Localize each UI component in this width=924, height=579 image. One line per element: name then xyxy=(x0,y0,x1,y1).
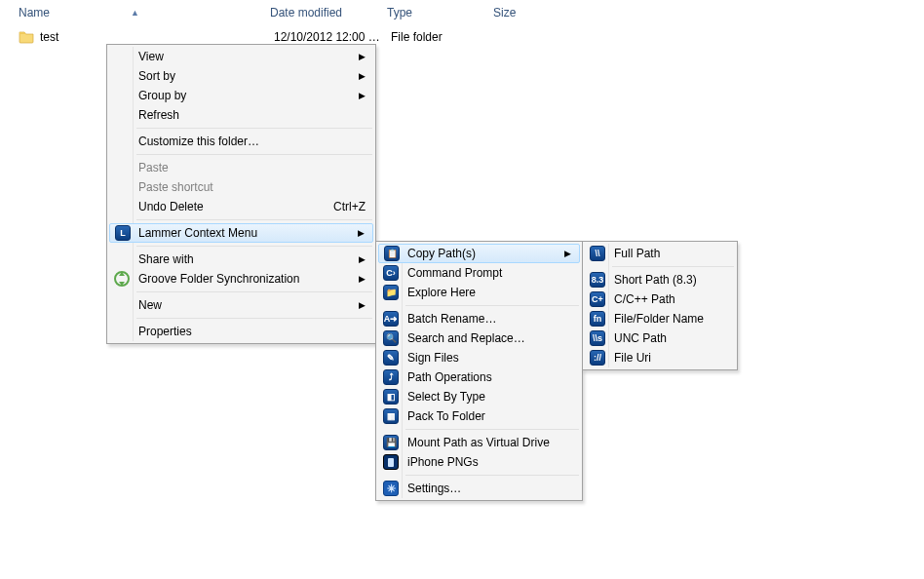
menu-item-share-with[interactable]: Share with▶ xyxy=(109,250,373,269)
menu-item-label: Paste shortcut xyxy=(138,180,366,194)
feature-icon: \\ xyxy=(590,246,605,261)
menu-item-explore-here[interactable]: 📁Explore Here xyxy=(378,283,580,302)
menu-item-label: Mount Path as Virtual Drive xyxy=(407,436,572,449)
menu-item-label: New xyxy=(138,298,366,312)
menu-item-label: File Uri xyxy=(614,351,727,365)
menu-item-label: Share with xyxy=(138,252,366,266)
file-name: test xyxy=(40,30,274,44)
menu-item-label: Short Path (8.3) xyxy=(614,273,727,287)
menu-item-sort-by[interactable]: Sort by▶ xyxy=(109,66,373,86)
menu-item-paste-shortcut: Paste shortcut xyxy=(109,177,373,197)
feature-icon: ✎ xyxy=(383,350,399,366)
menu-item-path-operations[interactable]: ⤴Path Operations xyxy=(378,367,580,387)
feature-icon: 📁 xyxy=(383,285,399,300)
col-header-name-label: Name xyxy=(19,6,50,19)
menu-item-sign-files[interactable]: ✎Sign Files xyxy=(378,348,580,367)
menu-item-label: Undo Delete xyxy=(138,200,304,213)
menu-separator xyxy=(136,291,372,292)
context-menu-main: View▶Sort by▶Group by▶RefreshCustomize t… xyxy=(106,44,376,344)
folder-icon xyxy=(19,29,34,45)
menu-item-view[interactable]: View▶ xyxy=(109,47,373,66)
file-type: File folder xyxy=(391,30,497,44)
menu-item-paste: Paste xyxy=(109,158,373,177)
menu-item-label: Paste xyxy=(138,161,366,174)
menu-item-label: Customize this folder… xyxy=(138,135,366,148)
menu-item-label: Lammer Context Menu xyxy=(138,226,366,240)
menu-item-label: UNC Path xyxy=(614,331,727,345)
submenu-arrow-icon: ▶ xyxy=(359,91,366,100)
menu-separator xyxy=(136,128,372,129)
feature-icon: 8.3 xyxy=(590,272,605,288)
submenu-arrow-icon: ▶ xyxy=(359,300,366,310)
menu-item-group-by[interactable]: Group by▶ xyxy=(109,86,373,105)
menu-separator xyxy=(136,246,372,247)
menu-separator xyxy=(136,154,372,155)
submenu-arrow-icon: ▶ xyxy=(359,274,366,284)
menu-item-file-folder-name[interactable]: fnFile/Folder Name xyxy=(585,309,735,328)
menu-item-label: Properties xyxy=(138,325,366,338)
menu-separator xyxy=(405,305,579,306)
menu-item-command-prompt[interactable]: C›Command Prompt xyxy=(378,263,580,283)
menu-item-pack-to-folder[interactable]: ▦Pack To Folder xyxy=(378,406,580,426)
iphone-icon xyxy=(383,454,399,470)
menu-item-lammer-context-menu[interactable]: LLammer Context Menu▶ xyxy=(109,223,373,243)
menu-item-label: File/Folder Name xyxy=(614,312,727,326)
feature-icon: ⤴ xyxy=(383,369,399,385)
feature-icon: ◧ xyxy=(383,389,399,405)
col-header-date[interactable]: Date modified xyxy=(270,6,387,19)
feature-icon: 📋 xyxy=(384,246,400,261)
submenu-arrow-icon: ▶ xyxy=(359,254,366,264)
col-header-name[interactable]: Name ▲ xyxy=(19,6,270,19)
submenu-arrow-icon: ▶ xyxy=(358,228,365,238)
menu-item-short-path-8-3[interactable]: 8.3Short Path (8.3) xyxy=(585,270,735,290)
menu-item-file-uri[interactable]: ://File Uri xyxy=(585,348,735,367)
menu-item-label: Batch Rename… xyxy=(407,312,572,326)
menu-item-unc-path[interactable]: \\sUNC Path xyxy=(585,328,735,348)
menu-item-accel: Ctrl+Z xyxy=(304,200,366,213)
menu-item-refresh[interactable]: Refresh xyxy=(109,105,373,125)
menu-item-mount-path-as-virtual-drive[interactable]: 💾Mount Path as Virtual Drive xyxy=(378,433,580,452)
menu-item-label: Sort by xyxy=(138,69,366,83)
menu-item-label: Group by xyxy=(138,89,366,102)
menu-item-undo-delete[interactable]: Undo DeleteCtrl+Z xyxy=(109,197,373,216)
submenu-arrow-icon: ▶ xyxy=(564,249,571,258)
menu-item-settings[interactable]: Settings… xyxy=(378,479,580,498)
menu-item-properties[interactable]: Properties xyxy=(109,322,373,341)
menu-item-label: Full Path xyxy=(614,247,727,260)
menu-separator xyxy=(405,429,579,430)
feature-icon: C› xyxy=(383,265,399,281)
context-menu-copypath: \\Full Path8.3Short Path (8.3)C+C/C++ Pa… xyxy=(582,241,738,370)
context-menu-lammer: 📋Copy Path(s)▶C›Command Prompt📁Explore H… xyxy=(375,241,583,501)
feature-icon: :// xyxy=(590,350,605,366)
menu-item-batch-rename[interactable]: A➜Batch Rename… xyxy=(378,309,580,328)
settings-icon xyxy=(383,481,399,496)
menu-item-select-by-type[interactable]: ◧Select By Type xyxy=(378,387,580,406)
menu-item-label: Settings… xyxy=(407,482,572,495)
col-header-type[interactable]: Type xyxy=(387,6,493,19)
feature-icon: 🔍 xyxy=(383,330,399,346)
menu-item-label: Search and Replace… xyxy=(407,331,572,345)
column-headers: Name ▲ Date modified Type Size xyxy=(0,0,924,25)
col-header-size[interactable]: Size xyxy=(493,6,552,19)
menu-item-customize-this-folder[interactable]: Customize this folder… xyxy=(109,132,373,151)
menu-item-label: Refresh xyxy=(138,108,366,122)
menu-item-label: Select By Type xyxy=(407,390,572,404)
menu-item-label: Explore Here xyxy=(407,286,572,299)
menu-item-full-path[interactable]: \\Full Path xyxy=(585,244,735,263)
menu-item-new[interactable]: New▶ xyxy=(109,295,373,315)
menu-item-label: Groove Folder Synchronization xyxy=(138,272,366,286)
menu-item-label: Path Operations xyxy=(407,370,572,384)
menu-separator xyxy=(405,475,579,476)
menu-item-iphone-pngs[interactable]: iPhone PNGs xyxy=(378,452,580,472)
sort-indicator-icon: ▲ xyxy=(131,8,139,18)
feature-icon: A➜ xyxy=(383,311,399,327)
sync-icon xyxy=(114,271,130,287)
menu-separator xyxy=(612,266,734,267)
menu-item-search-and-replace[interactable]: 🔍Search and Replace… xyxy=(378,328,580,348)
menu-item-groove-folder-synchronization[interactable]: Groove Folder Synchronization▶ xyxy=(109,269,373,289)
submenu-arrow-icon: ▶ xyxy=(359,52,366,61)
menu-item-c-c-path[interactable]: C+C/C++ Path xyxy=(585,290,735,309)
menu-separator xyxy=(136,318,372,319)
menu-item-copy-path-s[interactable]: 📋Copy Path(s)▶ xyxy=(378,244,580,263)
menu-item-label: Pack To Folder xyxy=(407,409,572,423)
